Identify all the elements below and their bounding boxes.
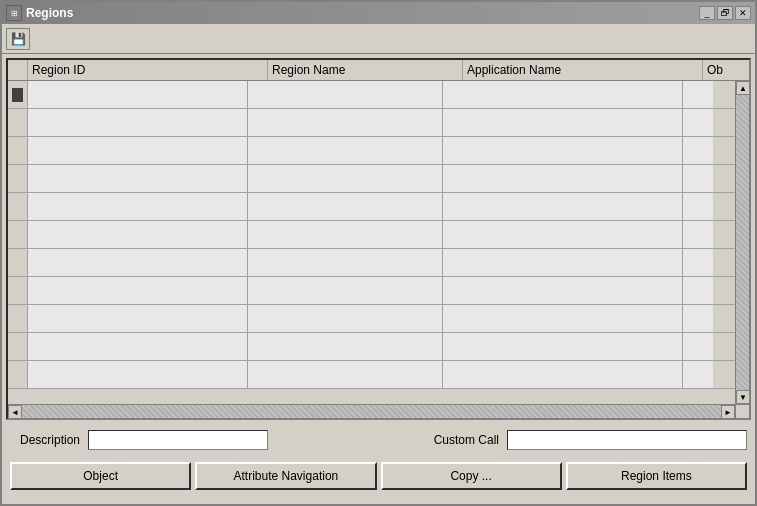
- table-row[interactable]: [8, 277, 735, 305]
- vertical-scrollbar[interactable]: ▲ ▼: [735, 81, 749, 404]
- object-button[interactable]: Object: [10, 462, 191, 490]
- form-area: Description Custom Call Object Attribute…: [6, 424, 751, 500]
- custom-call-input[interactable]: [507, 430, 747, 450]
- row-selector[interactable]: [8, 249, 28, 276]
- cell-region-id[interactable]: [28, 137, 248, 164]
- table-row[interactable]: [8, 305, 735, 333]
- cell-region-name[interactable]: [248, 109, 443, 136]
- row-indicator: [12, 88, 23, 102]
- cell-region-id[interactable]: [28, 361, 248, 388]
- scroll-up-button[interactable]: ▲: [736, 81, 749, 95]
- row-selector[interactable]: [8, 109, 28, 136]
- cell-ob[interactable]: [683, 137, 713, 164]
- cell-region-name[interactable]: [248, 137, 443, 164]
- region-items-button[interactable]: Region Items: [566, 462, 747, 490]
- cell-region-name[interactable]: [248, 249, 443, 276]
- cell-region-name[interactable]: [248, 81, 443, 108]
- cell-ob[interactable]: [683, 109, 713, 136]
- row-selector[interactable]: [8, 333, 28, 360]
- cell-ob[interactable]: [683, 361, 713, 388]
- table-row[interactable]: [8, 81, 735, 109]
- window-icon: ⊞: [6, 5, 22, 21]
- content-area: Region ID Region Name Application Name O…: [2, 54, 755, 504]
- save-button[interactable]: 💾: [6, 28, 30, 50]
- row-selector[interactable]: [8, 165, 28, 192]
- cell-app-name[interactable]: [443, 305, 683, 332]
- table-row[interactable]: [8, 249, 735, 277]
- cell-ob[interactable]: [683, 305, 713, 332]
- table-scroll: [8, 81, 735, 404]
- row-selector[interactable]: [8, 277, 28, 304]
- cell-app-name[interactable]: [443, 277, 683, 304]
- copy-button[interactable]: Copy ...: [381, 462, 562, 490]
- restore-button[interactable]: 🗗: [717, 6, 733, 20]
- cell-app-name[interactable]: [443, 249, 683, 276]
- row-selector[interactable]: [8, 361, 28, 388]
- cell-app-name[interactable]: [443, 137, 683, 164]
- cell-app-name[interactable]: [443, 81, 683, 108]
- scroll-right-button[interactable]: ►: [721, 405, 735, 418]
- cell-ob[interactable]: [683, 193, 713, 220]
- minimize-button[interactable]: _: [699, 6, 715, 20]
- cell-ob[interactable]: [683, 333, 713, 360]
- attribute-navigation-button[interactable]: Attribute Navigation: [195, 462, 376, 490]
- cell-region-id[interactable]: [28, 305, 248, 332]
- cell-region-name[interactable]: [248, 165, 443, 192]
- table-row[interactable]: [8, 137, 735, 165]
- horizontal-scrollbar[interactable]: ◄ ►: [8, 404, 735, 418]
- row-selector[interactable]: [8, 137, 28, 164]
- save-icon: 💾: [11, 32, 26, 46]
- cell-region-name[interactable]: [248, 305, 443, 332]
- cell-app-name[interactable]: [443, 333, 683, 360]
- cell-app-name[interactable]: [443, 109, 683, 136]
- close-button[interactable]: ✕: [735, 6, 751, 20]
- cell-region-name[interactable]: [248, 361, 443, 388]
- cell-app-name[interactable]: [443, 221, 683, 248]
- scroll-left-button[interactable]: ◄: [8, 405, 22, 418]
- col-header-region-id: Region ID: [28, 60, 268, 80]
- form-row-description: Description Custom Call: [10, 430, 747, 450]
- scroll-track-h[interactable]: [22, 405, 721, 418]
- cell-ob[interactable]: [683, 221, 713, 248]
- col-header-ob: Ob: [703, 60, 733, 80]
- row-selector[interactable]: [8, 221, 28, 248]
- title-bar-left: ⊞ Regions: [6, 5, 73, 21]
- table-row[interactable]: [8, 361, 735, 389]
- cell-app-name[interactable]: [443, 165, 683, 192]
- cell-region-id[interactable]: [28, 277, 248, 304]
- cell-region-name[interactable]: [248, 221, 443, 248]
- cell-ob[interactable]: [683, 165, 713, 192]
- cell-region-id[interactable]: [28, 109, 248, 136]
- table-body: ▲ ▼ ◄ ►: [8, 81, 749, 418]
- cell-ob[interactable]: [683, 81, 713, 108]
- custom-call-label: Custom Call: [429, 433, 499, 447]
- cell-ob[interactable]: [683, 277, 713, 304]
- form-right: Custom Call: [429, 430, 747, 450]
- cell-ob[interactable]: [683, 249, 713, 276]
- table-header: Region ID Region Name Application Name O…: [8, 60, 749, 81]
- row-selector[interactable]: [8, 81, 28, 108]
- row-selector[interactable]: [8, 193, 28, 220]
- scroll-down-button[interactable]: ▼: [736, 390, 749, 404]
- cell-region-id[interactable]: [28, 221, 248, 248]
- table-row[interactable]: [8, 165, 735, 193]
- table-row[interactable]: [8, 333, 735, 361]
- description-input[interactable]: [88, 430, 268, 450]
- row-selector[interactable]: [8, 305, 28, 332]
- cell-app-name[interactable]: [443, 361, 683, 388]
- cell-region-name[interactable]: [248, 333, 443, 360]
- table-row[interactable]: [8, 109, 735, 137]
- cell-region-name[interactable]: [248, 193, 443, 220]
- cell-region-id[interactable]: [28, 81, 248, 108]
- cell-region-id[interactable]: [28, 165, 248, 192]
- col-header-indicator: [8, 60, 28, 80]
- scroll-track-v[interactable]: [736, 95, 749, 390]
- scroll-corner: [735, 404, 749, 418]
- cell-app-name[interactable]: [443, 193, 683, 220]
- cell-region-name[interactable]: [248, 277, 443, 304]
- cell-region-id[interactable]: [28, 249, 248, 276]
- table-row[interactable]: [8, 221, 735, 249]
- cell-region-id[interactable]: [28, 193, 248, 220]
- cell-region-id[interactable]: [28, 333, 248, 360]
- table-row[interactable]: [8, 193, 735, 221]
